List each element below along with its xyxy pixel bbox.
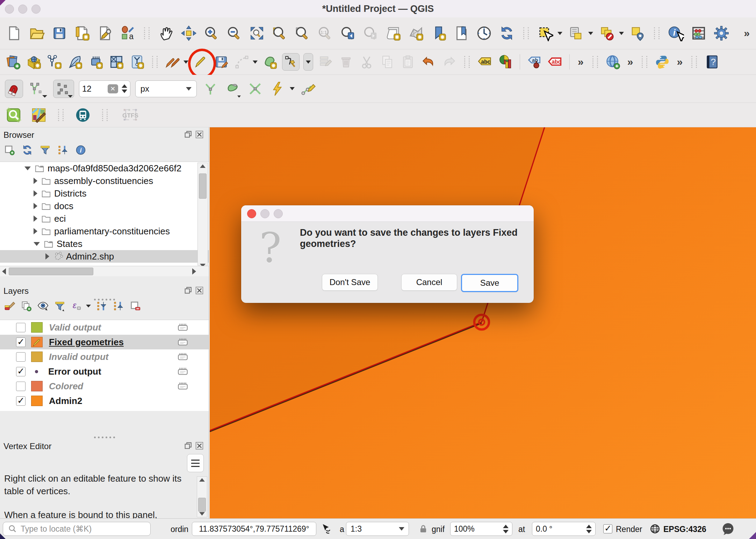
messages-button[interactable] <box>721 522 735 537</box>
rotation-spinbox[interactable]: 0.0 ° <box>532 522 596 536</box>
tree-item[interactable]: eci <box>0 212 209 225</box>
layer-labeling-button[interactable]: abc <box>476 54 493 70</box>
temporal-controller-button[interactable] <box>475 24 493 42</box>
processing-toolbox-button[interactable] <box>712 24 730 42</box>
vertex-tool-button[interactable] <box>282 53 300 71</box>
zoom-native-resolution-button[interactable]: 1:1 <box>316 24 334 42</box>
toolbar-handle[interactable] <box>58 109 64 121</box>
select-by-value-dropdown[interactable] <box>588 32 593 35</box>
expand-arrow-icon[interactable] <box>34 190 37 197</box>
dialog-zoom-button[interactable] <box>274 209 283 218</box>
select-by-location-button[interactable] <box>628 24 647 42</box>
memory-layer-indicator-icon[interactable] <box>175 351 190 363</box>
tolerance-steppers[interactable] <box>122 84 127 93</box>
snapping-mode-button[interactable] <box>28 80 48 98</box>
add-group-icon[interactable] <box>20 300 32 312</box>
toolbar-handle[interactable] <box>464 56 470 68</box>
close-panel-icon[interactable] <box>195 130 204 139</box>
avoid-overlap-button[interactable] <box>269 80 286 98</box>
new-temporary-scratch-layer-button[interactable] <box>67 54 84 70</box>
style-manager-button[interactable]: a <box>118 24 137 42</box>
avoid-overlap-dropdown[interactable] <box>290 87 295 90</box>
render-checkbox[interactable] <box>603 524 612 533</box>
expand-arrow-icon[interactable] <box>34 215 37 222</box>
magnifier-steppers[interactable] <box>503 525 509 533</box>
filter-browser-icon[interactable] <box>39 144 51 156</box>
python-console-button[interactable] <box>654 54 671 70</box>
python-toolbar-overflow[interactable]: » <box>675 56 685 68</box>
layer-row[interactable]: Invalid output <box>0 349 209 364</box>
scroll-right-arrow[interactable] <box>192 268 196 275</box>
save-layer-edits-button[interactable] <box>213 54 230 70</box>
new-virtual-layer-button[interactable] <box>108 54 125 70</box>
scrollbar-thumb[interactable] <box>199 173 207 199</box>
zoom-to-layer-button[interactable] <box>293 24 311 42</box>
zoom-to-selection-button[interactable] <box>271 24 289 42</box>
delete-selected-button[interactable] <box>338 54 354 70</box>
collapse-arrow-icon[interactable] <box>24 166 31 170</box>
paste-features-button[interactable] <box>399 54 416 70</box>
select-features-dropdown[interactable] <box>557 32 562 35</box>
memory-layer-indicator-icon[interactable] <box>175 366 190 377</box>
filter-legend-icon[interactable] <box>54 300 66 312</box>
dialog-minimize-button[interactable] <box>260 209 269 218</box>
modify-attributes-button[interactable] <box>317 54 334 70</box>
open-layer-styling-icon[interactable] <box>3 300 15 312</box>
scroll-up-arrow[interactable] <box>199 478 205 482</box>
lock-scale-icon[interactable] <box>418 523 429 534</box>
browser-vertical-scrollbar[interactable] <box>197 163 208 265</box>
current-edits-dropdown[interactable] <box>183 61 188 64</box>
digitize-with-curve-button[interactable] <box>233 54 250 70</box>
zoom-out-button[interactable] <box>225 24 243 42</box>
statistical-summary-button[interactable] <box>690 24 708 42</box>
vertex-editor-menu-button[interactable] <box>187 454 204 472</box>
layer-visibility-checkbox[interactable] <box>16 323 26 332</box>
scrollbar-thumb[interactable] <box>198 498 206 512</box>
open-project-button[interactable] <box>28 24 46 42</box>
deselect-dropdown[interactable] <box>619 32 624 35</box>
toolbar-handle[interactable] <box>691 56 697 68</box>
manage-map-themes-icon[interactable] <box>37 300 49 312</box>
digitize-curve-dropdown[interactable] <box>253 61 258 64</box>
zoom-last-button[interactable] <box>339 24 357 42</box>
tracing-button[interactable] <box>300 80 317 98</box>
new-map-view-button[interactable] <box>384 24 402 42</box>
crs-globe-icon[interactable] <box>649 523 661 534</box>
label-toolbar-overflow[interactable]: » <box>576 56 586 68</box>
expand-arrow-icon[interactable] <box>34 178 37 184</box>
pin-labels-button[interactable]: ab <box>526 54 543 70</box>
identify-features-button[interactable]: i <box>667 24 685 42</box>
new-geopackage-layer-button[interactable] <box>26 54 42 70</box>
scrollbar-thumb[interactable] <box>9 268 93 275</box>
refresh-map-button[interactable] <box>498 24 516 42</box>
current-edits-button[interactable] <box>164 54 181 70</box>
map-canvas[interactable] <box>210 127 756 519</box>
memory-layer-indicator-icon[interactable] <box>175 336 190 348</box>
tree-item-admin2-selected[interactable]: Admin2.shp <box>0 250 209 263</box>
close-panel-icon[interactable] <box>195 441 204 450</box>
gtfs-loader-button[interactable]: GTFS <box>118 106 143 124</box>
layer-diagram-button[interactable] <box>497 54 514 70</box>
copy-features-button[interactable] <box>379 54 396 70</box>
tree-item[interactable]: Districts <box>0 187 209 200</box>
collapse-all-icon[interactable] <box>57 144 69 156</box>
scroll-left-arrow[interactable] <box>2 268 6 275</box>
tree-item-states[interactable]: States <box>0 237 209 250</box>
select-features-button[interactable] <box>536 24 554 42</box>
filter-by-expression-icon[interactable]: ε <box>71 300 82 312</box>
layer-visibility-checkbox[interactable] <box>16 352 26 362</box>
save-button[interactable]: Save <box>461 274 518 292</box>
scroll-down-arrow[interactable] <box>199 512 205 516</box>
save-project-button[interactable] <box>50 24 69 42</box>
vertex-editor-scrollbar[interactable] <box>197 476 207 517</box>
refresh-browser-icon[interactable] <box>21 144 33 156</box>
layer-row[interactable]: Colored <box>0 379 209 393</box>
add-selected-layers-icon[interactable] <box>3 144 15 156</box>
collapse-all-icon[interactable] <box>113 300 124 312</box>
memory-layer-indicator-icon[interactable] <box>175 380 190 392</box>
close-panel-icon[interactable] <box>195 286 204 295</box>
new-print-layout-button[interactable] <box>73 24 91 42</box>
show-layout-manager-button[interactable] <box>96 24 114 42</box>
new-mesh-layer-button[interactable] <box>129 54 145 70</box>
quickosm-button[interactable] <box>30 106 48 124</box>
